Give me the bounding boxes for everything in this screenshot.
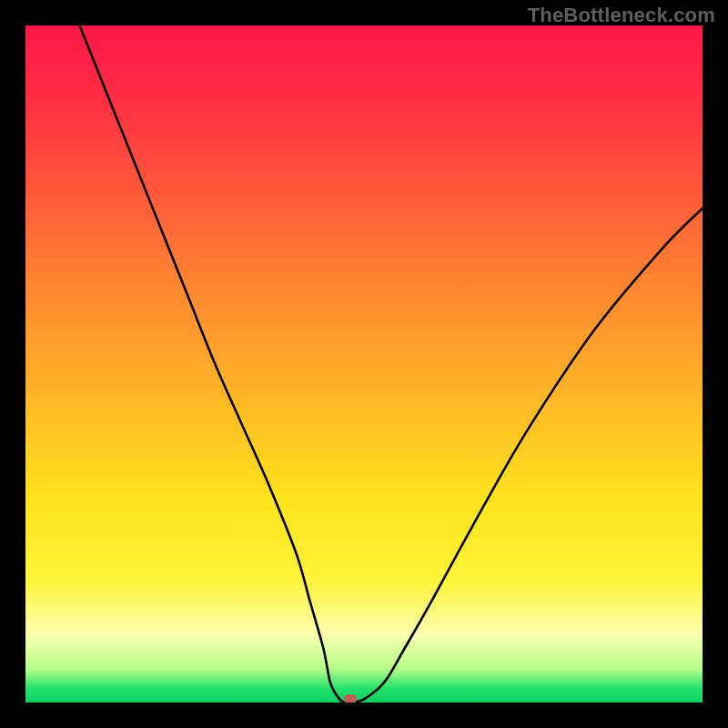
watermark-label: TheBottleneck.com — [528, 4, 715, 27]
chart-frame: TheBottleneck.com — [0, 0, 728, 728]
optimal-marker — [344, 694, 357, 703]
plot-area — [25, 25, 703, 703]
bottleneck-curve — [25, 25, 703, 703]
